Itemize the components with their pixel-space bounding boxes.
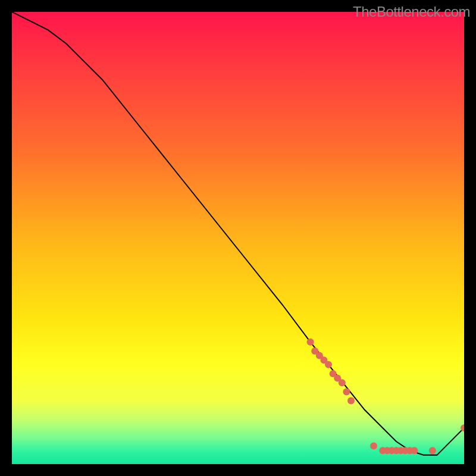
- plot-svg: [12, 12, 464, 464]
- marker-dot: [325, 361, 332, 368]
- marker-dot: [411, 447, 418, 454]
- marker-group: [307, 339, 464, 454]
- bottleneck-curve: [12, 12, 464, 455]
- marker-dot: [347, 397, 355, 405]
- marker-dot: [307, 339, 314, 346]
- marker-dot: [339, 379, 346, 386]
- marker-dot: [343, 388, 350, 395]
- marker-dot: [429, 447, 436, 454]
- plot-area: [12, 12, 464, 464]
- chart-root: TheBottleneck.com: [0, 0, 476, 476]
- watermark-text: TheBottleneck.com: [353, 4, 470, 20]
- marker-dot: [370, 443, 377, 450]
